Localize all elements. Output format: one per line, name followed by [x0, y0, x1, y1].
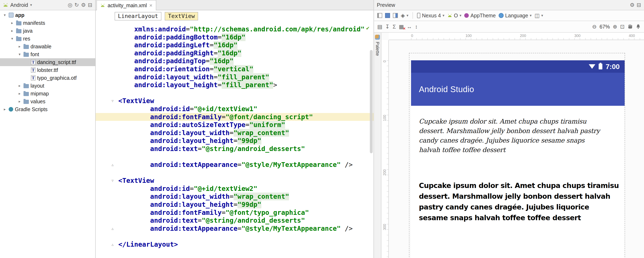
breadcrumb-linearlayout[interactable]: LinearLayout: [114, 12, 162, 21]
editor-scrollbar[interactable]: [370, 50, 373, 153]
code-line-24[interactable]: android:fontFamily="@font/typo_graphica": [96, 209, 374, 217]
tree-item-values[interactable]: ▸values: [0, 97, 95, 105]
zoom-in-icon[interactable]: ⊕: [613, 24, 617, 29]
code-line-5[interactable]: android:paddingTop="16dp": [96, 57, 374, 65]
close-tab-icon[interactable]: ×: [149, 3, 152, 8]
design-mode-icon[interactable]: [377, 13, 382, 18]
project-view-selector[interactable]: Android: [10, 2, 28, 8]
tree-expand-icon[interactable]: ▸: [17, 83, 22, 88]
textview2-typo-graphica[interactable]: Cupcake ipsum dolor sit. Amet chupa chup…: [419, 180, 619, 223]
default-margins-icon[interactable]: Σ: [392, 24, 396, 29]
clear-constraints-icon[interactable]: ▦ ×: [399, 24, 404, 29]
tree-item-typo-graphica-otf[interactable]: Ttypo_graphica.otf: [0, 74, 95, 82]
autoconnect-icon[interactable]: ↧: [385, 24, 390, 29]
preview-canvas[interactable]: 7:00 Android Studio Cupcake ipsum dolor …: [389, 40, 644, 258]
tree-expand-icon[interactable]: ▸: [2, 107, 7, 111]
chevron-down-icon: ▾: [406, 13, 408, 18]
fold-marker-icon[interactable]: ▿: [110, 97, 116, 104]
theme-selector[interactable]: AppTheme: [464, 13, 496, 19]
tree-collapse-icon[interactable]: ▾: [10, 36, 14, 41]
tree-item-layout[interactable]: ▸layout: [0, 82, 95, 90]
font-icon: T: [31, 60, 36, 65]
tree-expand-icon[interactable]: ▸: [17, 91, 22, 96]
tree-item-label: typo_graphica.otf: [37, 75, 77, 81]
code-line-27[interactable]: [96, 232, 374, 240]
infer-constraints-icon[interactable]: ↔: [407, 24, 412, 29]
orientation-selector[interactable]: ◈ ▾: [401, 13, 408, 18]
layout-variant-icon: ◫: [534, 13, 540, 18]
zoom-fit-icon[interactable]: ⊡: [620, 24, 624, 29]
tree-expand-icon[interactable]: ▸: [10, 21, 14, 25]
code-line-26[interactable]: ▵ android:textAppearance="@style/MyTextA…: [96, 224, 374, 233]
tree-item-mipmap[interactable]: ▸mipmap: [0, 90, 95, 97]
fold-marker-icon[interactable]: ▵: [110, 161, 116, 168]
code-line-12[interactable]: android:fontFamily="@font/dancing_script…: [96, 113, 374, 121]
tree-item-res[interactable]: ▾res: [0, 35, 95, 43]
preview-hide-icon[interactable]: ⊟: [636, 2, 641, 8]
locate-file-icon[interactable]: ◎: [68, 2, 72, 8]
notifications-bell-icon[interactable]: [636, 24, 641, 29]
code-line-7[interactable]: android:layout_width="fill_parent": [96, 73, 374, 81]
breadcrumb-textview[interactable]: TextView: [165, 12, 198, 21]
code-line-17[interactable]: [96, 153, 374, 161]
fold-marker-icon[interactable]: ▵: [110, 225, 116, 232]
tree-item-font[interactable]: ▾font: [0, 50, 95, 58]
code-line-14[interactable]: android:layout_width="wrap_content": [96, 129, 374, 137]
code-line-6[interactable]: android:orientation="vertical": [96, 65, 374, 73]
code-line-4[interactable]: android:paddingRight="16dp": [96, 49, 374, 57]
tree-item-lobster-ttf[interactable]: Tlobster.ttf: [0, 66, 95, 74]
tree-expand-icon[interactable]: ▸: [10, 29, 14, 33]
sync-icon[interactable]: ↻: [74, 2, 79, 8]
pan-hand-icon[interactable]: [628, 24, 633, 29]
language-selector[interactable]: Language ▾: [499, 13, 532, 19]
code-line-2[interactable]: android:paddingBottom="16dp": [96, 33, 374, 41]
tree-item-app[interactable]: ▾app: [0, 11, 95, 19]
code-line-20[interactable]: ▿<TextView: [96, 177, 374, 185]
variant-selector[interactable]: ◫ ▾: [534, 13, 543, 18]
code-line-9[interactable]: [96, 89, 374, 97]
code-line-13[interactable]: android:autoSizeTextType="uniform": [96, 121, 374, 129]
fold-marker-icon[interactable]: ▿: [110, 177, 116, 184]
tree-item-gradle-scripts[interactable]: ▸Gradle Scripts: [0, 105, 95, 113]
code-line-1[interactable]: xmlns:android="http://schemas.android.co…: [96, 25, 374, 33]
tree-item-manifests[interactable]: ▸manifests: [0, 19, 95, 27]
code-line-11[interactable]: android:id="@+id/textView1": [96, 105, 374, 113]
code-line-3[interactable]: android:paddingLeft="16dp": [96, 41, 374, 49]
fold-marker-icon[interactable]: ▵: [110, 241, 116, 248]
code-line-21[interactable]: android:id="@+id/textView2": [96, 185, 374, 193]
tree-collapse-icon[interactable]: ▾: [2, 13, 7, 17]
chevron-down-icon[interactable]: ▾: [30, 3, 32, 7]
tree-collapse-icon[interactable]: ▾: [17, 52, 22, 57]
tree-expand-icon[interactable]: ▸: [17, 44, 22, 49]
zoom-out-icon[interactable]: ⊖: [592, 24, 597, 29]
device-selector[interactable]: Nexus 4 ▾: [417, 13, 444, 19]
preview-settings-gear-icon[interactable]: ⚙: [630, 2, 634, 8]
settings-gear-icon[interactable]: ⚙: [81, 2, 86, 8]
code-line-22[interactable]: android:layout_width="wrap_content": [96, 193, 374, 201]
theme-label: AppTheme: [470, 13, 496, 19]
code-line-28[interactable]: ▵</LinearLayout>: [96, 240, 374, 248]
tab-activity-main-xml[interactable]: activity_main.xml ×: [96, 0, 156, 10]
blueprint-mode-icon[interactable]: [385, 13, 390, 18]
pack-selection-icon[interactable]: ↕: [415, 24, 418, 29]
api-level-selector[interactable]: O ▾: [447, 13, 462, 19]
tree-item-java[interactable]: ▸java: [0, 27, 95, 35]
code-line-18[interactable]: ▵ android:textAppearance="@style/MyTextA…: [96, 161, 374, 169]
code-line-8[interactable]: android:layout_height="fill_parent">: [96, 81, 374, 89]
tree-item-dancing-script-ttf[interactable]: Tdancing_script.ttf: [0, 58, 95, 66]
code-line-16[interactable]: android:text="@string/android_desserts": [96, 145, 374, 153]
inspection-status-icon[interactable]: ✔: [366, 24, 370, 32]
code-line-15[interactable]: android:layout_height="99dp": [96, 137, 374, 145]
code-editor[interactable]: xmlns:android="http://schemas.android.co…: [96, 22, 374, 258]
tree-item-drawable[interactable]: ▸drawable: [0, 43, 95, 50]
palette-tab[interactable]: Palette: [374, 33, 381, 258]
code-line-25[interactable]: android:text="@string/android_desserts": [96, 216, 374, 224]
hide-panel-icon[interactable]: ⊟: [88, 2, 92, 8]
code-line-10[interactable]: ▿<TextView: [96, 97, 374, 105]
both-mode-icon[interactable]: [393, 13, 398, 18]
code-line-19[interactable]: [96, 169, 374, 177]
tree-expand-icon[interactable]: ▸: [17, 99, 22, 104]
textview1-dancing-script[interactable]: Cupcake ipsum dolor sit. Amet chupa chup…: [419, 116, 605, 155]
code-line-23[interactable]: android:layout_height="99dp": [96, 201, 374, 209]
view-options-icon[interactable]: ▤: [377, 24, 382, 29]
